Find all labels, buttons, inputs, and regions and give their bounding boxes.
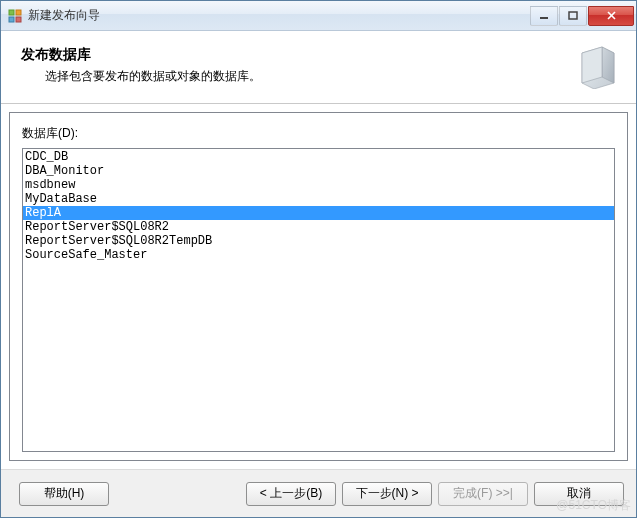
database-list-item[interactable]: DBA_Monitor [23,164,614,178]
back-button[interactable]: < 上一步(B) [246,482,336,506]
svg-marker-10 [582,47,602,83]
database-list-item[interactable]: ReportServer$SQL08R2TempDB [23,234,614,248]
database-list-item[interactable]: msdbnew [23,178,614,192]
box-icon [574,41,622,89]
window-title: 新建发布向导 [28,7,530,24]
svg-rect-2 [9,17,14,22]
wizard-graphic [574,41,622,89]
cancel-button[interactable]: 取消 [534,482,624,506]
database-list-item[interactable]: CDC_DB [23,150,614,164]
svg-rect-5 [569,12,577,19]
database-list-item[interactable]: SourceSafe_Master [23,248,614,262]
svg-rect-4 [540,17,548,19]
wizard-header-text: 发布数据库 选择包含要发布的数据或对象的数据库。 [21,46,564,85]
svg-rect-3 [16,17,21,22]
close-button[interactable] [588,6,634,26]
next-button[interactable]: 下一步(N) > [342,482,432,506]
database-list-item[interactable]: ReportServer$SQL08R2 [23,220,614,234]
page-subtitle: 选择包含要发布的数据或对象的数据库。 [21,68,564,85]
database-list-label: 数据库(D): [22,125,615,142]
database-list-item[interactable]: MyDataBase [23,192,614,206]
database-list-item[interactable]: ReplA [23,206,614,220]
svg-rect-0 [9,10,14,15]
page-title: 发布数据库 [21,46,564,64]
svg-rect-1 [16,10,21,15]
titlebar: 新建发布向导 [1,1,636,31]
minimize-button[interactable] [530,6,558,26]
maximize-button[interactable] [559,6,587,26]
maximize-icon [568,11,578,21]
content-panel: 数据库(D): CDC_DBDBA_MonitormsdbnewMyDataBa… [9,112,628,461]
minimize-icon [539,11,549,21]
window-controls [530,6,634,26]
svg-marker-9 [602,47,614,83]
finish-button: 完成(F) >>| [438,482,528,506]
database-listbox[interactable]: CDC_DBDBA_MonitormsdbnewMyDataBaseReplAR… [22,148,615,452]
app-icon [7,8,23,24]
close-icon [606,10,617,21]
wizard-footer: 帮助(H) < 上一步(B) 下一步(N) > 完成(F) >>| 取消 [1,469,636,517]
wizard-header: 发布数据库 选择包含要发布的数据或对象的数据库。 [1,31,636,104]
help-button[interactable]: 帮助(H) [19,482,109,506]
